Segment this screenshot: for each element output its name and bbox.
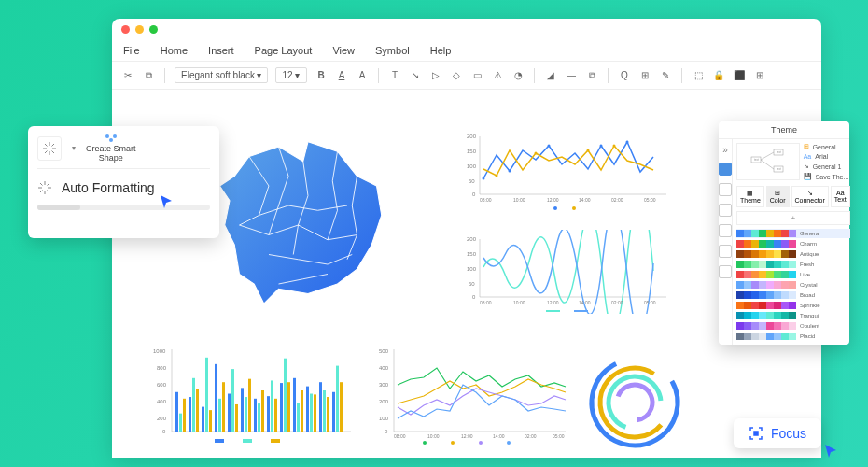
line-icon[interactable]: — xyxy=(565,69,578,82)
menu-help[interactable]: Help xyxy=(430,45,452,56)
shape-icon[interactable]: ◇ xyxy=(450,69,463,82)
palette-live[interactable]: Live xyxy=(736,270,850,279)
slider[interactable] xyxy=(37,205,210,210)
radial-chart[interactable] xyxy=(579,342,691,454)
svg-line-126 xyxy=(40,183,43,186)
svg-rect-68 xyxy=(267,396,270,432)
svg-point-108 xyxy=(586,354,683,451)
grid-icon[interactable]: ⊞ xyxy=(638,69,651,82)
font-color-icon[interactable]: A xyxy=(335,69,348,82)
area-chart[interactable]: 200150100500 08:0010:0012:0014:0002:0005… xyxy=(457,230,672,314)
svg-text:14:00: 14:00 xyxy=(493,433,505,439)
map-shape[interactable] xyxy=(205,127,411,323)
lock-icon[interactable]: 🔒 xyxy=(712,69,725,82)
palette-broad[interactable]: Broad xyxy=(736,290,850,300)
bar-chart[interactable]: 10008006004002000 xyxy=(149,342,355,445)
side-align-icon[interactable] xyxy=(719,245,732,258)
svg-text:100: 100 xyxy=(379,416,389,421)
copy-icon[interactable]: ⧉ xyxy=(142,69,155,82)
layer-icon[interactable]: ⬛ xyxy=(733,69,746,82)
palette-fresh[interactable]: Fresh xyxy=(736,260,850,269)
connector-icon[interactable]: ↘ xyxy=(409,69,422,82)
svg-text:10:00: 10:00 xyxy=(427,433,440,439)
line-chart-2[interactable]: 5004003002001000 08:0010:0012:0014:0002:… xyxy=(373,342,569,445)
side-theme-icon[interactable] xyxy=(719,163,732,176)
size-select[interactable]: 12 ▾ xyxy=(275,67,307,83)
tab-color[interactable]: ⊞Color xyxy=(766,186,790,207)
side-page-icon[interactable] xyxy=(719,204,732,217)
side-history-icon[interactable] xyxy=(719,265,732,278)
max-dot[interactable] xyxy=(149,25,158,34)
menu-symbol[interactable]: Symbol xyxy=(375,45,410,56)
tab-text[interactable]: AaText xyxy=(831,186,850,207)
svg-rect-65 xyxy=(254,399,257,432)
side-layers-icon[interactable] xyxy=(719,183,732,196)
svg-text:600: 600 xyxy=(157,382,167,388)
svg-point-22 xyxy=(553,206,557,210)
svg-text:0: 0 xyxy=(162,429,166,434)
svg-text:400: 400 xyxy=(157,399,167,404)
menu-page-layout[interactable]: Page Layout xyxy=(255,45,313,56)
svg-text:10:00: 10:00 xyxy=(513,300,525,305)
pen-icon[interactable]: ✎ xyxy=(659,69,672,82)
svg-text:150: 150 xyxy=(467,149,477,154)
svg-point-9 xyxy=(548,145,551,148)
pointer-icon[interactable]: ▷ xyxy=(429,69,442,82)
tab-theme[interactable]: ▦Theme xyxy=(736,186,764,207)
bold-icon[interactable]: B xyxy=(315,69,328,82)
side-style-icon[interactable] xyxy=(719,224,732,237)
svg-text:200: 200 xyxy=(467,236,477,242)
menubar: File Home Insert Page Layout View Symbol… xyxy=(112,39,821,62)
group-icon[interactable]: ⬚ xyxy=(692,69,705,82)
fill-icon[interactable]: ◢ xyxy=(544,69,557,82)
min-dot[interactable] xyxy=(135,25,144,34)
focus-button[interactable]: Focus xyxy=(734,418,821,448)
palette-crystal[interactable]: Crystal xyxy=(736,280,850,290)
svg-line-118 xyxy=(52,144,55,147)
tab-connector[interactable]: ↘Connector xyxy=(791,186,829,207)
palette-placid[interactable]: Placid xyxy=(736,332,850,341)
palette-antique[interactable]: Antique xyxy=(736,249,850,259)
palette-opulent[interactable]: Opulent xyxy=(736,321,850,331)
svg-point-12 xyxy=(496,175,498,177)
warning-icon[interactable]: ⚠ xyxy=(491,69,504,82)
menu-view[interactable]: View xyxy=(332,45,355,56)
spark-icon xyxy=(37,180,52,195)
create-smart-shape[interactable]: Create Smart Shape xyxy=(86,134,136,163)
menu-insert[interactable]: Insert xyxy=(208,45,234,56)
svg-rect-78 xyxy=(310,394,313,432)
opt-general[interactable]: ⊞General xyxy=(804,143,850,150)
palette-charm[interactable]: Charm xyxy=(736,239,850,248)
palette-sprinkle[interactable]: Sprinkle xyxy=(736,301,850,310)
close-dot[interactable] xyxy=(121,25,130,34)
chart-icon[interactable]: ◔ xyxy=(511,69,525,82)
svg-point-14 xyxy=(587,149,590,152)
opt-save[interactable]: 💾Save The... xyxy=(804,173,850,180)
palette-tranquil[interactable]: Tranquil xyxy=(736,311,850,320)
cut-icon[interactable]: ✂ xyxy=(121,69,134,82)
collapse-icon[interactable]: » xyxy=(722,145,728,155)
svg-text:text: text xyxy=(777,150,781,154)
svg-text:02:00: 02:00 xyxy=(525,433,537,439)
menu-file[interactable]: File xyxy=(123,45,140,56)
highlight-icon[interactable]: A xyxy=(356,69,369,82)
menu-home[interactable]: Home xyxy=(161,45,188,56)
font-select[interactable]: Elegant soft black▾ xyxy=(175,67,268,83)
palette-general[interactable]: General xyxy=(736,229,850,238)
image-icon[interactable]: ▭ xyxy=(470,69,483,82)
more-icon[interactable]: ⊞ xyxy=(753,69,766,82)
crop-icon[interactable]: ⧉ xyxy=(585,69,598,82)
opt-general1[interactable]: ↘General 1 xyxy=(804,163,850,170)
svg-text:500: 500 xyxy=(379,348,389,354)
line-chart-1[interactable]: 200150100500 08:0010:0012:0014:0002:0005… xyxy=(457,127,672,211)
toolbar: ✂ ⧉ Elegant soft black▾ 12 ▾ B A A T ↘ ▷… xyxy=(112,62,821,90)
text-tool-icon[interactable]: T xyxy=(388,69,401,82)
svg-text:200: 200 xyxy=(157,416,167,421)
spark-dropdown[interactable]: ▾ xyxy=(67,144,80,152)
search-icon[interactable]: Q xyxy=(618,69,631,82)
spark-button[interactable] xyxy=(37,136,62,161)
add-palette[interactable]: + xyxy=(736,211,850,225)
svg-rect-58 xyxy=(222,382,225,432)
opt-arial[interactable]: AaArial xyxy=(804,153,850,160)
svg-text:100: 100 xyxy=(467,266,477,272)
